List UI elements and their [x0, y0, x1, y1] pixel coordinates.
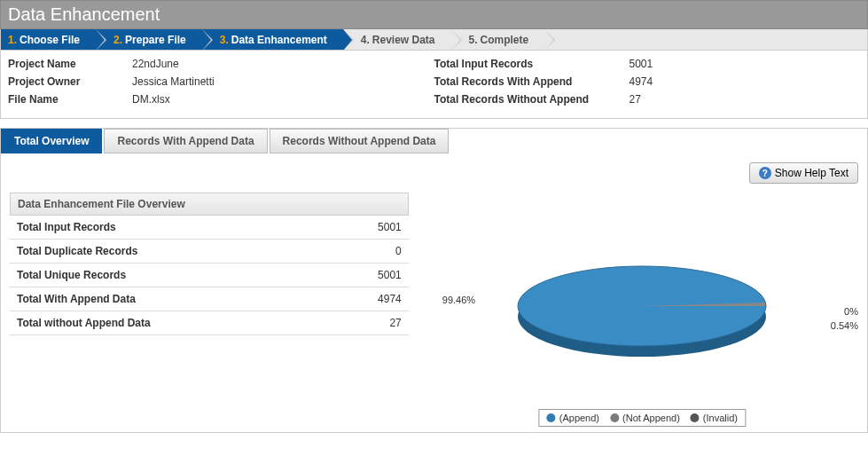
pie-label-invalid: 0% [844, 306, 858, 317]
label-project-name: Project Name [8, 58, 132, 70]
tabs: Total Overview Records With Append Data … [1, 129, 867, 153]
show-help-button[interactable]: ? Show Help Text [749, 162, 858, 184]
value-total-input: 5001 [629, 58, 683, 70]
label-total-noappend: Total Records Without Append [434, 93, 629, 106]
tab-total-overview[interactable]: Total Overview [1, 129, 102, 153]
crumb-complete[interactable]: 5.Complete [451, 29, 545, 50]
table-row: Total Duplicate Records0 [10, 240, 409, 264]
tab-records-without-append[interactable]: Records Without Append Data [270, 129, 450, 153]
breadcrumb: 1.Choose File 2.Prepare File 3.Data Enha… [0, 29, 868, 51]
label-total-input: Total Input Records [434, 58, 629, 70]
value-project-owner: Jessica Martinetti [132, 75, 434, 88]
pie-chart: 99.46% 0% 0.54% (Append) (Not Append) (I… [426, 193, 858, 423]
overview-title: Data Enhancement File Overview [10, 193, 409, 216]
project-info-panel: Project Name22ndJune Project OwnerJessic… [0, 51, 868, 119]
legend-dot-icon [691, 413, 700, 422]
value-total-append: 4974 [629, 75, 683, 88]
value-file-name: DM.xlsx [132, 93, 434, 106]
label-file-name: File Name [8, 93, 132, 106]
legend-dot-icon [547, 413, 556, 422]
crumb-data-enhancement[interactable]: 3.Data Enhancement [202, 29, 343, 50]
overview-table: Total Input Records5001 Total Duplicate … [10, 216, 409, 335]
label-project-owner: Project Owner [8, 75, 132, 88]
page-title: Data Enhancement [0, 0, 868, 29]
crumb-choose-file[interactable]: 1.Choose File [1, 29, 96, 50]
table-row: Total without Append Data27 [10, 311, 409, 335]
pie-label-notappend: 0.54% [831, 320, 858, 331]
crumb-prepare-file[interactable]: 2.Prepare File [96, 29, 202, 50]
tabs-container: Total Overview Records With Append Data … [0, 128, 868, 433]
value-total-noappend: 27 [629, 93, 683, 106]
table-row: Total Input Records5001 [10, 216, 409, 240]
crumb-review-data[interactable]: 4.Review Data [343, 29, 451, 50]
label-total-append: Total Records With Append [434, 75, 629, 88]
tab-content: ? Show Help Text Data Enhancement File O… [1, 153, 867, 432]
chart-legend: (Append) (Not Append) (Invalid) [539, 409, 746, 427]
table-row: Total With Append Data4974 [10, 287, 409, 311]
pie-svg [500, 228, 784, 388]
legend-dot-icon [610, 413, 619, 422]
value-project-name: 22ndJune [132, 58, 434, 70]
pie-label-append: 99.46% [442, 295, 475, 305]
table-row: Total Unique Records5001 [10, 264, 409, 287]
tab-records-with-append[interactable]: Records With Append Data [104, 129, 267, 153]
help-icon: ? [759, 167, 771, 179]
